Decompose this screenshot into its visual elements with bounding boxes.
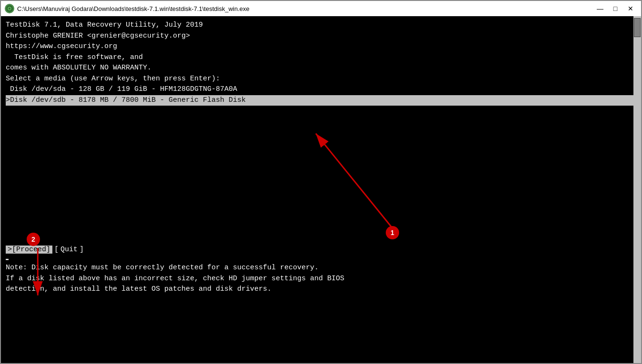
note-line-3: detection, and install the latest OS pat… [6,284,636,295]
terminal-line-2: Christophe GRENIER <grenier@cgsecurity.o… [6,31,636,42]
quit-button[interactable]: Quit [60,246,78,254]
proceed-quit-bar: >[Proceed] [ Quit ] [6,246,636,254]
title-bar-left: C:\Users\Manuviraj Godara\Downloads\test… [5,4,250,13]
terminal-line-1: TestDisk 7.1, Data Recovery Utility, Jul… [6,20,636,31]
note-line-1: Note: Disk capacity must be correctly de… [6,263,636,274]
note-line-2: If a disk listed above has an incorrect … [6,274,636,285]
proceed-bracket-close: ] [80,246,84,254]
proceed-bracket-open: [ [54,246,59,254]
window-title: C:\Users\Manuviraj Godara\Downloads\test… [17,5,250,12]
proceed-button[interactable]: >[Proceed] [6,246,52,254]
scrollbar-thumb[interactable] [634,18,641,37]
terminal-line-6: comes with ABSOLUTELY NO WARRANTY. [6,63,636,74]
terminal-body[interactable]: TestDisk 7.1, Data Recovery Utility, Jul… [1,16,641,363]
title-bar: C:\Users\Manuviraj Godara\Downloads\test… [1,1,641,16]
disk-sdb-entry: >Disk /dev/sdb - 8178 MB / 7800 MiB - Ge… [6,95,636,106]
terminal-window: C:\Users\Manuviraj Godara\Downloads\test… [0,0,642,364]
cursor-char: ▬ [6,256,9,262]
terminal-empty-space [6,106,636,244]
select-media-prompt: Select a media (use Arrow keys, then pre… [6,74,636,85]
scrollbar[interactable] [633,16,641,363]
maximize-button[interactable]: □ [609,3,622,14]
terminal-line-3: https://www.cgsecurity.org [6,41,636,52]
svg-point-2 [9,8,10,10]
app-icon [5,4,14,13]
disk-sda-entry: Disk /dev/sda - 128 GB / 119 GiB - HFM12… [6,84,636,95]
minimize-button[interactable]: — [593,3,607,14]
window-controls: — □ ✕ [593,3,637,14]
terminal-line-5: TestDisk is free software, and [6,52,636,63]
terminal-cursor: ▬ [6,255,636,263]
close-button[interactable]: ✕ [624,3,637,14]
